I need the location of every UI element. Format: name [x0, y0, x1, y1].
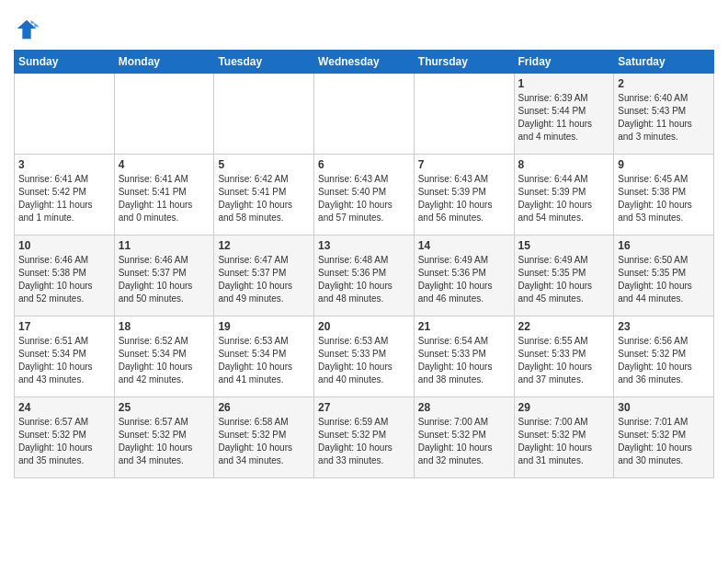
- calendar-cell: 29Sunrise: 7:00 AM Sunset: 5:32 PM Dayli…: [514, 397, 614, 478]
- day-info: Sunrise: 6:43 AM Sunset: 5:40 PM Dayligh…: [318, 173, 410, 224]
- weekday-header-friday: Friday: [514, 51, 614, 74]
- calendar-cell: 1Sunrise: 6:39 AM Sunset: 5:44 PM Daylig…: [514, 74, 614, 155]
- logo: [14, 17, 43, 42]
- day-info: Sunrise: 7:00 AM Sunset: 5:32 PM Dayligh…: [418, 416, 510, 467]
- day-info: Sunrise: 6:47 AM Sunset: 5:37 PM Dayligh…: [218, 254, 310, 305]
- day-number: 20: [318, 320, 410, 333]
- day-number: 22: [518, 320, 610, 333]
- calendar-cell: 25Sunrise: 6:57 AM Sunset: 5:32 PM Dayli…: [114, 397, 214, 478]
- day-info: Sunrise: 6:42 AM Sunset: 5:41 PM Dayligh…: [218, 173, 310, 224]
- week-row-2: 3Sunrise: 6:41 AM Sunset: 5:42 PM Daylig…: [15, 155, 714, 236]
- day-number: 17: [18, 320, 110, 333]
- day-number: 14: [418, 239, 510, 252]
- day-number: 4: [119, 158, 210, 171]
- day-info: Sunrise: 6:49 AM Sunset: 5:35 PM Dayligh…: [518, 254, 610, 305]
- page-header: [14, 9, 714, 42]
- weekday-header-thursday: Thursday: [414, 51, 514, 74]
- calendar-cell: 28Sunrise: 7:00 AM Sunset: 5:32 PM Dayli…: [414, 397, 514, 478]
- calendar-body: 1Sunrise: 6:39 AM Sunset: 5:44 PM Daylig…: [15, 74, 714, 478]
- day-number: 25: [119, 401, 210, 414]
- day-number: 16: [618, 239, 710, 252]
- weekday-header-sunday: Sunday: [15, 51, 115, 74]
- day-info: Sunrise: 6:49 AM Sunset: 5:36 PM Dayligh…: [418, 254, 510, 305]
- calendar-table: SundayMondayTuesdayWednesdayThursdayFrid…: [14, 50, 714, 478]
- day-info: Sunrise: 6:52 AM Sunset: 5:34 PM Dayligh…: [119, 335, 210, 386]
- day-info: Sunrise: 6:43 AM Sunset: 5:39 PM Dayligh…: [418, 173, 510, 224]
- logo-icon: [14, 17, 40, 42]
- day-number: 2: [618, 77, 710, 90]
- day-info: Sunrise: 6:55 AM Sunset: 5:33 PM Dayligh…: [518, 335, 610, 386]
- weekday-header-tuesday: Tuesday: [214, 51, 314, 74]
- calendar-cell: 7Sunrise: 6:43 AM Sunset: 5:39 PM Daylig…: [414, 155, 514, 236]
- week-row-5: 24Sunrise: 6:57 AM Sunset: 5:32 PM Dayli…: [15, 397, 714, 478]
- day-info: Sunrise: 6:53 AM Sunset: 5:33 PM Dayligh…: [318, 335, 410, 386]
- day-number: 7: [418, 158, 510, 171]
- calendar-cell: 12Sunrise: 6:47 AM Sunset: 5:37 PM Dayli…: [214, 236, 314, 316]
- day-number: 3: [18, 158, 110, 171]
- calendar-cell: 10Sunrise: 6:46 AM Sunset: 5:38 PM Dayli…: [15, 236, 115, 316]
- calendar-cell: 2Sunrise: 6:40 AM Sunset: 5:43 PM Daylig…: [614, 74, 714, 155]
- day-number: 15: [518, 239, 610, 252]
- day-info: Sunrise: 6:48 AM Sunset: 5:36 PM Dayligh…: [318, 254, 410, 305]
- week-row-4: 17Sunrise: 6:51 AM Sunset: 5:34 PM Dayli…: [15, 316, 714, 397]
- day-info: Sunrise: 6:58 AM Sunset: 5:32 PM Dayligh…: [218, 416, 310, 467]
- calendar-header: SundayMondayTuesdayWednesdayThursdayFrid…: [15, 51, 714, 74]
- day-number: 10: [18, 239, 110, 252]
- calendar-cell: 18Sunrise: 6:52 AM Sunset: 5:34 PM Dayli…: [114, 316, 214, 397]
- calendar-cell: 17Sunrise: 6:51 AM Sunset: 5:34 PM Dayli…: [15, 316, 115, 397]
- day-info: Sunrise: 7:00 AM Sunset: 5:32 PM Dayligh…: [518, 416, 610, 467]
- day-info: Sunrise: 6:50 AM Sunset: 5:35 PM Dayligh…: [618, 254, 710, 305]
- day-number: 13: [318, 239, 410, 252]
- calendar-cell: 9Sunrise: 6:45 AM Sunset: 5:38 PM Daylig…: [614, 155, 714, 236]
- day-number: 27: [318, 401, 410, 414]
- day-number: 9: [618, 158, 710, 171]
- calendar-cell: 15Sunrise: 6:49 AM Sunset: 5:35 PM Dayli…: [514, 236, 614, 316]
- calendar-cell: [314, 74, 415, 155]
- day-info: Sunrise: 6:41 AM Sunset: 5:42 PM Dayligh…: [18, 173, 110, 224]
- day-info: Sunrise: 6:51 AM Sunset: 5:34 PM Dayligh…: [18, 335, 110, 386]
- weekday-header-monday: Monday: [114, 51, 214, 74]
- day-info: Sunrise: 6:46 AM Sunset: 5:38 PM Dayligh…: [18, 254, 110, 305]
- calendar-cell: 22Sunrise: 6:55 AM Sunset: 5:33 PM Dayli…: [514, 316, 614, 397]
- calendar-cell: 26Sunrise: 6:58 AM Sunset: 5:32 PM Dayli…: [214, 397, 314, 478]
- calendar-cell: 20Sunrise: 6:53 AM Sunset: 5:33 PM Dayli…: [314, 316, 415, 397]
- day-info: Sunrise: 6:44 AM Sunset: 5:39 PM Dayligh…: [518, 173, 610, 224]
- calendar-cell: [214, 74, 314, 155]
- day-number: 24: [18, 401, 110, 414]
- day-info: Sunrise: 6:45 AM Sunset: 5:38 PM Dayligh…: [618, 173, 710, 224]
- day-info: Sunrise: 6:54 AM Sunset: 5:33 PM Dayligh…: [418, 335, 510, 386]
- day-info: Sunrise: 6:57 AM Sunset: 5:32 PM Dayligh…: [18, 416, 110, 467]
- day-number: 26: [218, 401, 310, 414]
- calendar-cell: 24Sunrise: 6:57 AM Sunset: 5:32 PM Dayli…: [15, 397, 115, 478]
- calendar-cell: 6Sunrise: 6:43 AM Sunset: 5:40 PM Daylig…: [314, 155, 415, 236]
- day-info: Sunrise: 6:46 AM Sunset: 5:37 PM Dayligh…: [119, 254, 210, 305]
- day-number: 12: [218, 239, 310, 252]
- day-number: 5: [218, 158, 310, 171]
- calendar-cell: 19Sunrise: 6:53 AM Sunset: 5:34 PM Dayli…: [214, 316, 314, 397]
- day-number: 30: [618, 401, 710, 414]
- calendar-cell: 3Sunrise: 6:41 AM Sunset: 5:42 PM Daylig…: [15, 155, 115, 236]
- calendar-cell: [114, 74, 214, 155]
- day-number: 11: [119, 239, 210, 252]
- calendar-cell: 8Sunrise: 6:44 AM Sunset: 5:39 PM Daylig…: [514, 155, 614, 236]
- calendar-cell: 23Sunrise: 6:56 AM Sunset: 5:32 PM Dayli…: [614, 316, 714, 397]
- day-info: Sunrise: 6:41 AM Sunset: 5:41 PM Dayligh…: [119, 173, 210, 224]
- calendar-cell: [15, 74, 115, 155]
- day-number: 8: [518, 158, 610, 171]
- day-info: Sunrise: 6:59 AM Sunset: 5:32 PM Dayligh…: [318, 416, 410, 467]
- day-info: Sunrise: 6:39 AM Sunset: 5:44 PM Dayligh…: [518, 92, 610, 144]
- calendar-cell: 5Sunrise: 6:42 AM Sunset: 5:41 PM Daylig…: [214, 155, 314, 236]
- day-info: Sunrise: 7:01 AM Sunset: 5:32 PM Dayligh…: [618, 416, 710, 467]
- calendar-cell: 27Sunrise: 6:59 AM Sunset: 5:32 PM Dayli…: [314, 397, 415, 478]
- weekday-header-saturday: Saturday: [614, 51, 714, 74]
- calendar-cell: 30Sunrise: 7:01 AM Sunset: 5:32 PM Dayli…: [614, 397, 714, 478]
- calendar-cell: 21Sunrise: 6:54 AM Sunset: 5:33 PM Dayli…: [414, 316, 514, 397]
- day-number: 1: [518, 77, 610, 90]
- day-number: 28: [418, 401, 510, 414]
- calendar-cell: 16Sunrise: 6:50 AM Sunset: 5:35 PM Dayli…: [614, 236, 714, 316]
- day-info: Sunrise: 6:53 AM Sunset: 5:34 PM Dayligh…: [218, 335, 310, 386]
- day-info: Sunrise: 6:40 AM Sunset: 5:43 PM Dayligh…: [618, 92, 710, 144]
- calendar-cell: 13Sunrise: 6:48 AM Sunset: 5:36 PM Dayli…: [314, 236, 415, 316]
- day-number: 6: [318, 158, 410, 171]
- calendar-cell: [414, 74, 514, 155]
